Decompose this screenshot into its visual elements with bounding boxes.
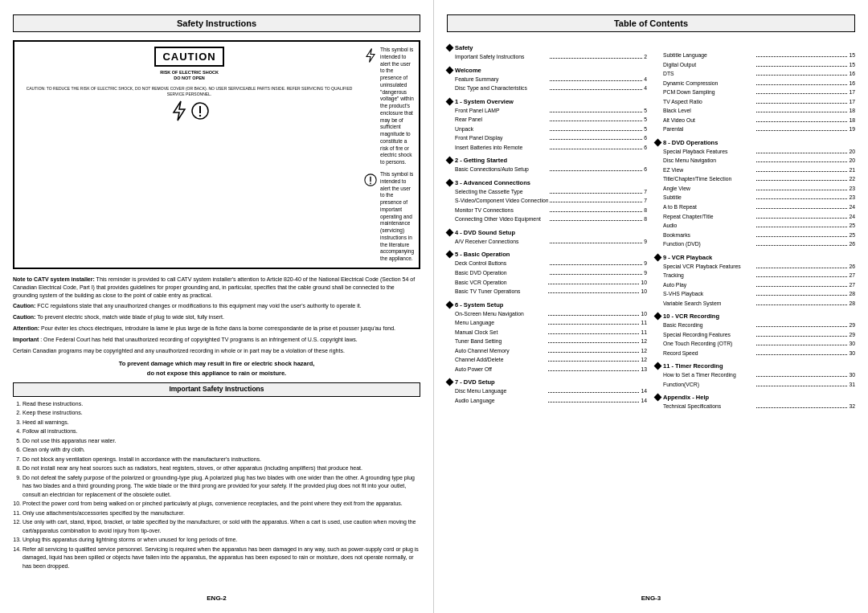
toc-entry: Variable Search System 28: [655, 300, 855, 309]
toc-page-num: 18: [849, 107, 855, 116]
toc-section-2: 2 - Getting Started: [447, 157, 647, 164]
toc-entry: A to B Repeat 24: [655, 203, 855, 212]
toc-page-num: 12: [641, 356, 647, 365]
diamond-icon: [654, 138, 662, 146]
toc-entry-text: S-VHS Playback: [663, 290, 755, 299]
caution-shock: Caution: To prevent electric shock, matc…: [13, 313, 420, 321]
list-item: Refer all servicing to qualified service…: [23, 546, 420, 571]
toc-entry-text: Function (DVD): [663, 240, 755, 249]
canadian-copyright: Certain Canadian programs may be copyrig…: [13, 347, 420, 355]
caution-warning-text: CAUTION: TO REDUCE THE RISK OF ELECTRIC …: [19, 86, 359, 96]
toc-entry: Angle View 23: [655, 185, 855, 194]
toc-page-num: 15: [849, 51, 855, 60]
toc-entry: Channel Add/Delete 12: [447, 356, 647, 365]
toc-page-num: 17: [849, 88, 855, 97]
toc-entry: Special VCR Playback Features 26: [655, 263, 855, 272]
toc-entry-text: Auto Power Off: [455, 366, 547, 374]
toc-entry-text: Front Panel Display: [455, 134, 548, 143]
toc-dots: [550, 202, 643, 202]
caution-text2: This symbol is intended to alert the use…: [380, 171, 414, 263]
list-item: Do not use this apparatus near water.: [23, 437, 420, 446]
toc-entry: Unpack 5: [447, 125, 647, 134]
toc-dots: [756, 345, 848, 345]
diamond-icon: [446, 251, 454, 259]
list-item: Only use attachments/accessories specifi…: [23, 509, 420, 518]
toc-entry: Monitor TV Connections 8: [447, 206, 647, 215]
important-safety-title: Important Safety Instructions: [13, 382, 420, 397]
toc-entry: Subtitle Language 15: [655, 51, 855, 60]
toc-entry-text: Angle View: [663, 185, 755, 194]
toc-entry: EZ View 21: [655, 166, 855, 175]
toc-entry: Record Speed 30: [655, 349, 855, 358]
toc-entry: A/V Receiver Connections 9: [447, 238, 647, 247]
toc-entry-text: Special VCR Playback Features: [663, 263, 755, 272]
toc-entry: Bookmarks 25: [655, 231, 855, 240]
toc-entry-text: Bookmarks: [663, 231, 755, 240]
list-item: Heed all warnings.: [23, 419, 420, 427]
caution-text-1: This symbol is intended to alert the use…: [364, 47, 414, 166]
toc-section-5: 5 - Basic Operation: [447, 251, 647, 258]
toc-dots: [756, 236, 848, 237]
toc-entry: Feature Summary 4: [447, 76, 647, 84]
toc-entry: Basic VCR Operation 10: [447, 279, 647, 288]
toc-dots: [550, 264, 643, 265]
toc-entry-text: Dynamic Compression: [663, 80, 755, 88]
list-item: Unplug this apparatus during lightning s…: [23, 536, 420, 545]
toc-section-1: 1 - System Overview: [447, 98, 647, 105]
toc-entry: Tuner Band Setting 12: [447, 337, 647, 346]
toc-entry: S-Video/Component Video Connections (for…: [447, 197, 647, 206]
toc-entry: Insert Batteries into Remote 6: [447, 144, 647, 153]
toc-entry: DTS 16: [655, 70, 855, 79]
toc-entry: Deck Control Buttons 9: [447, 260, 647, 268]
toc-entry: Black Level 18: [655, 107, 855, 116]
toc-entry: Manual Clock Set 11: [447, 329, 647, 337]
diamond-icon: [446, 97, 454, 105]
toc-dots: [550, 139, 643, 140]
toc-entry-text: Monitor TV Connections: [455, 206, 548, 215]
toc-entry: Repeat Chapter/Title 24: [655, 213, 855, 222]
left-page-number: ENG-2: [13, 590, 420, 602]
toc-entry: Basic TV Tuner Operations 10: [447, 288, 647, 296]
toc-page-num: 32: [849, 403, 855, 411]
toc-entry: Function (DVD) 26: [655, 240, 855, 249]
toc-page-num: 9: [644, 260, 647, 268]
toc-page-num: 16: [849, 80, 855, 88]
toc-page-num: 30: [849, 340, 855, 349]
list-item: Do not block any ventilation openings. I…: [23, 456, 420, 464]
toc-entry-text: Audio: [663, 222, 755, 231]
toc-entry: Digital Output 15: [655, 61, 855, 70]
toc-section-label: 10 - VCR Recording: [663, 313, 719, 320]
toc-entry-text: Record Speed: [663, 349, 755, 358]
toc-section-9: 9 - VCR Playback: [655, 254, 855, 261]
toc-dots: [756, 93, 848, 94]
toc-section-label: 2 - Getting Started: [455, 157, 507, 164]
important-copyright: Important : One Federal Court has held t…: [13, 336, 420, 344]
caution-right-panel: This symbol is intended to alert the use…: [364, 47, 414, 263]
toc-entry-text: Basic Connections/Auto Setup: [455, 166, 548, 174]
toc-page-num: 8: [644, 206, 647, 215]
toc-page-num: 29: [849, 331, 855, 340]
toc-dots: [756, 171, 848, 172]
toc-section-label: 9 - VCR Playback: [663, 254, 712, 261]
toc-dots: [550, 112, 643, 112]
toc-entry-text: S-Video/Component Video Connections (for…: [455, 197, 548, 206]
toc-entry-text: Repeat Chapter/Title: [663, 213, 755, 222]
toc-entry: Dynamic Compression 16: [655, 80, 855, 88]
toc-entry-text: Auto Channel Memory: [455, 347, 547, 356]
toc-entry: S-VHS Playback 28: [655, 290, 855, 299]
diamond-icon: [446, 66, 454, 74]
toc-entry-text: Important Safety Instructions: [455, 53, 548, 62]
toc-section-10: 10 - VCR Recording: [655, 313, 855, 320]
toc-entry: One Touch Recording (OTR) 30: [655, 340, 855, 349]
toc-dots: [548, 292, 640, 293]
right-page-number: ENG-3: [447, 590, 855, 602]
toc-section-label: 1 - System Overview: [455, 98, 514, 105]
toc-entry-text: Connecting Other Video Equipment: [455, 215, 548, 224]
right-page-title: Table of Contents: [447, 14, 855, 32]
toc-entry-text: Deck Control Buttons: [455, 260, 548, 268]
toc-section-3: 3 - Advanced Connections: [447, 179, 647, 186]
diamond-icon: [446, 228, 454, 236]
toc-entry: Special Recording Features 29: [655, 331, 855, 340]
lightning-inline-icon: [364, 47, 377, 63]
toc-section-label: Appendix - Help: [663, 394, 709, 401]
